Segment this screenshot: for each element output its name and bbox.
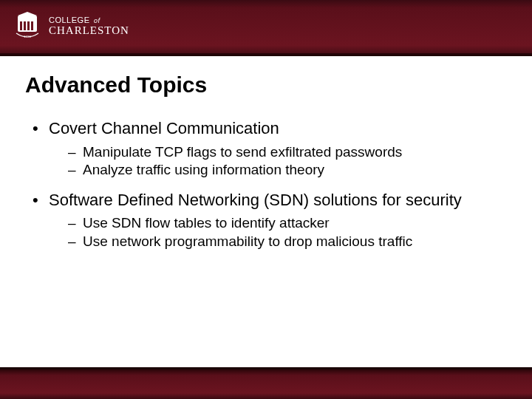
sub-bullet-list: Use SDN flow tables to identify attacker… (49, 214, 507, 250)
sub-bullet-text: Manipulate TCP flags to send exfiltrated… (83, 144, 402, 160)
sub-bullet-item: Analyze traffic using information theory (68, 161, 507, 180)
college-crest-icon: 1770 (13, 11, 41, 42)
slide-title: Advanced Topics (25, 72, 507, 98)
svg-marker-5 (18, 12, 37, 16)
footer-bar (0, 369, 532, 399)
svg-rect-1 (20, 21, 22, 30)
logo: 1770 COLLEGE of CHARLESTON (13, 11, 129, 42)
bullet-item: Covert Channel Communication Manipulate … (33, 118, 507, 180)
wordmark-of: of (94, 17, 100, 24)
svg-rect-4 (31, 21, 33, 30)
slide-content: Advanced Topics Covert Channel Communica… (0, 53, 532, 369)
bullet-item: Software Defined Networking (SDN) soluti… (33, 190, 507, 251)
sub-bullet-item: Use network programmability to drop mali… (68, 233, 507, 251)
sub-bullet-item: Use SDN flow tables to identify attacker (68, 214, 507, 233)
wordmark-line1: COLLEGE (49, 16, 89, 24)
svg-rect-3 (27, 21, 30, 30)
wordmark-line2: CHARLESTON (49, 25, 129, 37)
sub-bullet-text: Use SDN flow tables to identify attacker (83, 215, 330, 231)
logo-wordmark: COLLEGE of CHARLESTON (49, 16, 129, 36)
bullet-text: Software Defined Networking (SDN) soluti… (49, 191, 462, 209)
sub-bullet-list: Manipulate TCP flags to send exfiltrated… (49, 143, 507, 180)
svg-text:1770: 1770 (24, 35, 32, 38)
sub-bullet-text: Analyze traffic using information theory (83, 162, 324, 177)
bullet-text: Covert Channel Communication (49, 119, 279, 137)
svg-rect-2 (24, 21, 26, 30)
slide: 1770 COLLEGE of CHARLESTON Advanced Topi… (0, 0, 532, 399)
header-bar: 1770 COLLEGE of CHARLESTON (0, 0, 532, 53)
sub-bullet-text: Use network programmability to drop mali… (83, 233, 412, 249)
sub-bullet-item: Manipulate TCP flags to send exfiltrated… (68, 143, 507, 162)
bullet-list: Covert Channel Communication Manipulate … (25, 118, 507, 251)
